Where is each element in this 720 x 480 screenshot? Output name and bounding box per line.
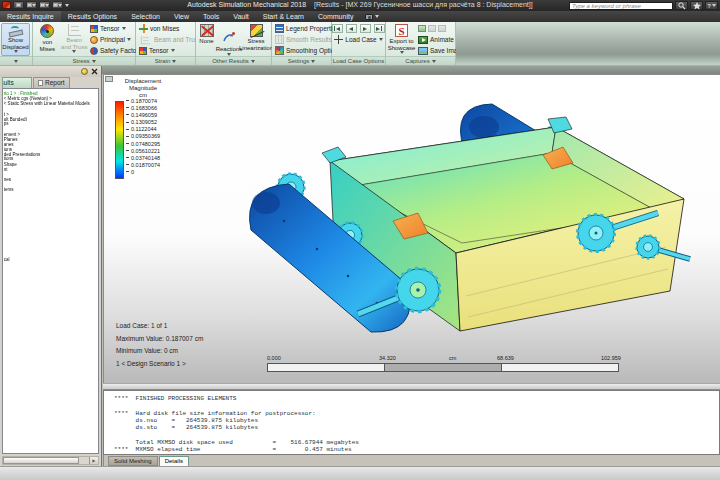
strain-von-mises-button[interactable]: von Mises bbox=[137, 23, 194, 34]
scrollbar-thumb[interactable] bbox=[3, 457, 79, 464]
stress-principal-button[interactable]: Principal bbox=[88, 34, 134, 45]
tree-horizontal-scrollbar[interactable] bbox=[2, 456, 99, 465]
undo-icon[interactable] bbox=[39, 1, 50, 9]
strain-tensor-button[interactable]: Tensor bbox=[137, 45, 194, 56]
save-image-button[interactable]: Save Image bbox=[416, 45, 454, 56]
legend-tick-value: 0.01870074 bbox=[126, 162, 160, 169]
scroll-right-arrow-icon[interactable] bbox=[89, 457, 98, 464]
screen-capture-menu[interactable] bbox=[360, 11, 384, 22]
tensor-icon bbox=[90, 25, 98, 33]
group-label-settings[interactable]: Settings bbox=[272, 56, 331, 65]
load-case-label: Load Case bbox=[345, 36, 376, 43]
browser-tree[interactable]: rio 1 > : Finished < Metric cgs (Newton)… bbox=[2, 88, 99, 454]
none-button[interactable]: None bbox=[197, 23, 216, 56]
animate-icon bbox=[418, 36, 428, 44]
stress-safety-factor-button[interactable]: Safety Factor bbox=[88, 45, 134, 56]
smoothing-options-button[interactable]: Smoothing Options bbox=[273, 45, 330, 56]
title-bar: Autodesk Simulation Mechanical 2018 [Res… bbox=[0, 0, 720, 11]
ribbon-tab[interactable]: Results Inquire bbox=[0, 11, 61, 22]
stress-beam-truss-button[interactable]: Beam and Truss bbox=[61, 23, 88, 56]
window-background-strip bbox=[0, 66, 720, 74]
load-case-text: Load Case: 1 of 1 bbox=[116, 320, 203, 333]
tree-item[interactable]: cal bbox=[4, 256, 98, 261]
help-icon[interactable]: ? bbox=[705, 1, 718, 10]
legend-tick-value: 0.1496059 bbox=[126, 112, 160, 119]
ribbon-tab[interactable]: Vault bbox=[226, 11, 255, 22]
ribbon-group-strain: von Mises Beam and Truss Tensor Strain bbox=[136, 22, 196, 65]
group-label-captures[interactable]: Captures bbox=[386, 56, 455, 65]
first-load-case-button[interactable] bbox=[332, 24, 343, 33]
export-to-showcase-button[interactable]: S Export to Showcase bbox=[387, 23, 416, 56]
legend-tick-value: 0.09350369 bbox=[126, 133, 160, 140]
group-label-load-case-options: Load Case Options bbox=[332, 56, 385, 65]
reactions-icon bbox=[222, 24, 236, 45]
redo-icon[interactable] bbox=[52, 1, 63, 9]
group-label-stress[interactable]: Stress bbox=[33, 56, 135, 65]
ruler-bar bbox=[267, 363, 619, 372]
infocenter: ? bbox=[569, 1, 718, 10]
legend-color-bar[interactable] bbox=[115, 101, 124, 179]
capture-option-icon[interactable] bbox=[428, 25, 436, 32]
none-icon bbox=[200, 24, 214, 37]
strain-beam-truss-label: Beam and Truss bbox=[154, 36, 201, 43]
group-label-other-results[interactable]: Other Results bbox=[196, 56, 271, 65]
previous-load-case-button[interactable] bbox=[346, 24, 357, 33]
show-displaced-button[interactable]: Show Displaced bbox=[1, 23, 30, 56]
ribbon-tab[interactable]: Results Options bbox=[61, 11, 124, 22]
capture-option2-icon[interactable] bbox=[438, 25, 446, 32]
model-3d-view[interactable] bbox=[222, 91, 714, 369]
legend-properties-button[interactable]: Legend Properties bbox=[273, 23, 330, 34]
tab-report[interactable]: Report bbox=[33, 77, 70, 88]
stress-linearization-button[interactable]: Stress Linearization bbox=[242, 23, 270, 56]
output-log-panel[interactable]: **** FINISHED PROCESSING ELEMENTS **** H… bbox=[103, 390, 720, 455]
results-legend[interactable]: Displacement Magnitude cm bbox=[112, 78, 202, 99]
ribbon-tab[interactable]: View bbox=[167, 11, 196, 22]
model-viewport[interactable]: Displacement Magnitude cm 0.18700740.168… bbox=[103, 74, 720, 383]
legend-tick-labels: 0.18700740.16830660.14960590.13090520.11… bbox=[126, 98, 160, 176]
browser-tabs: Results Report bbox=[2, 77, 70, 88]
tab-results[interactable]: Results bbox=[2, 77, 32, 88]
application-menu-icon[interactable] bbox=[2, 1, 11, 9]
max-value-text: Maximum Value: 0.187007 cm bbox=[116, 333, 203, 346]
stress-tensor-button[interactable]: Tensor bbox=[88, 23, 134, 34]
window-title: Autodesk Simulation Mechanical 2018 [Res… bbox=[187, 1, 532, 8]
ribbon-group-displaced: Show Displaced bbox=[0, 22, 33, 65]
search-icon[interactable] bbox=[675, 1, 688, 10]
pin-icon[interactable] bbox=[81, 68, 88, 75]
group-label-strain[interactable]: Strain bbox=[136, 56, 195, 65]
smooth-results-button[interactable]: Smooth Results bbox=[273, 34, 330, 45]
close-icon[interactable] bbox=[91, 68, 98, 75]
stress-von-mises-button[interactable]: von Mises bbox=[34, 23, 61, 56]
tab-details[interactable]: Details bbox=[159, 456, 189, 466]
quick-access-toolbar bbox=[2, 1, 69, 9]
ribbon-tab[interactable]: Selection bbox=[124, 11, 167, 22]
none-label: None bbox=[199, 38, 213, 45]
legend-tick-value: 0.1683066 bbox=[126, 105, 160, 112]
ribbon-tab[interactable]: Community bbox=[311, 11, 360, 22]
load-case-button[interactable]: Load Case bbox=[332, 34, 384, 45]
animate-button[interactable]: Animate bbox=[416, 34, 454, 45]
ribbon-tab[interactable]: Tools bbox=[196, 11, 226, 22]
capture-view-icon[interactable] bbox=[418, 25, 426, 32]
next-load-case-button[interactable] bbox=[360, 24, 371, 33]
ribbon-empty-area bbox=[456, 22, 720, 65]
group-label-displaced[interactable] bbox=[0, 56, 32, 65]
horizontal-splitter[interactable] bbox=[103, 383, 720, 390]
load-case-icon bbox=[334, 35, 343, 44]
ribbon-group-stress: von Mises Beam and Truss Tensor Principa… bbox=[33, 22, 136, 65]
smoothing-options-icon bbox=[275, 46, 284, 55]
search-input[interactable] bbox=[569, 2, 673, 10]
report-icon bbox=[38, 80, 43, 86]
customize-qat-icon[interactable] bbox=[65, 4, 69, 7]
tab-solid-meshing[interactable]: Solid Meshing bbox=[108, 456, 158, 466]
tree-item[interactable]: < Static Stress with Linear Material Mod… bbox=[4, 101, 98, 106]
legend-tick-value: 0 bbox=[126, 169, 160, 176]
selection-tool-icon[interactable] bbox=[26, 1, 37, 9]
new-document-icon[interactable] bbox=[13, 1, 24, 9]
strain-beam-truss-button[interactable]: Beam and Truss bbox=[137, 34, 194, 45]
ribbon-tab[interactable]: Start & Learn bbox=[256, 11, 311, 22]
favorites-star-icon[interactable] bbox=[690, 1, 703, 10]
last-load-case-button[interactable] bbox=[374, 24, 385, 33]
legend-properties-icon bbox=[275, 24, 284, 33]
safety-factor-label: Safety Factor bbox=[100, 47, 139, 54]
